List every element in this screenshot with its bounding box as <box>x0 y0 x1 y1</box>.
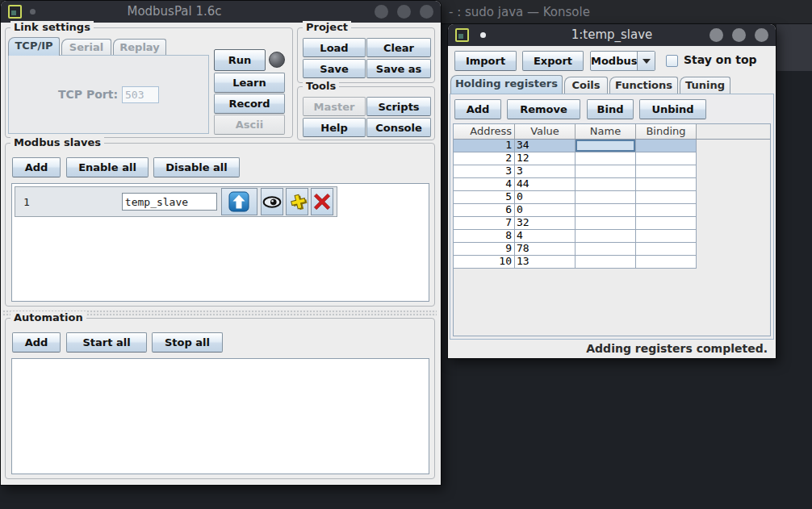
enable-all-button[interactable]: Enable all <box>66 157 149 177</box>
cell-value[interactable]: 3 <box>515 165 576 178</box>
tab-tuning[interactable]: Tuning <box>680 77 730 94</box>
cell-name[interactable] <box>576 243 636 256</box>
close-button[interactable] <box>755 28 768 42</box>
cell-name[interactable] <box>576 152 636 165</box>
cell-value[interactable]: 12 <box>515 152 576 165</box>
cell-address[interactable]: 7 <box>454 217 515 230</box>
slave-name-field[interactable] <box>122 193 217 211</box>
cell-name[interactable] <box>576 178 636 191</box>
table-row[interactable]: 1013 <box>454 256 770 269</box>
cell-binding[interactable] <box>636 178 697 191</box>
cell-binding[interactable] <box>636 140 697 152</box>
help-button[interactable]: Help <box>303 118 366 137</box>
cell-name[interactable] <box>576 191 636 204</box>
cell-value[interactable]: 13 <box>515 256 576 269</box>
load-button[interactable]: Load <box>303 38 366 57</box>
cell-name[interactable] <box>576 230 636 243</box>
maximize-button[interactable] <box>732 28 746 42</box>
table-row[interactable]: 134 <box>454 140 770 152</box>
tab-tcpip[interactable]: TCP/IP <box>8 37 60 56</box>
add-register-button[interactable]: Add <box>454 99 501 119</box>
maximize-button[interactable] <box>397 5 411 19</box>
table-row[interactable]: 60 <box>454 204 770 217</box>
cell-value[interactable]: 44 <box>515 178 576 191</box>
cell-binding[interactable] <box>636 152 697 165</box>
cell-binding[interactable] <box>636 191 697 204</box>
scripts-button[interactable]: Scripts <box>366 97 431 116</box>
cell-binding[interactable] <box>636 217 697 230</box>
run-button[interactable]: Run <box>214 49 266 71</box>
cell-address[interactable]: 8 <box>454 230 515 243</box>
slave-window-titlebar[interactable]: 1:temp_slave <box>448 24 776 46</box>
add-automation-button[interactable]: Add <box>12 332 61 353</box>
cell-binding[interactable] <box>636 230 697 243</box>
learn-button[interactable]: Learn <box>214 73 285 93</box>
export-button[interactable]: Export <box>522 51 584 71</box>
cell-value[interactable]: 0 <box>515 204 576 217</box>
master-button[interactable]: Master <box>303 97 366 116</box>
window-menu-icon[interactable] <box>8 5 22 19</box>
cell-value[interactable]: 0 <box>515 191 576 204</box>
minimize-button[interactable] <box>375 5 388 19</box>
cell-address[interactable]: 1 <box>454 140 515 152</box>
cell-name[interactable] <box>576 165 636 178</box>
tcp-port-field[interactable] <box>122 86 159 103</box>
cell-value[interactable]: 78 <box>515 243 576 256</box>
save-as-button[interactable]: Save as <box>366 59 431 78</box>
cell-binding[interactable] <box>636 165 697 178</box>
cell-binding[interactable] <box>636 256 697 269</box>
tab-replay[interactable]: Replay <box>113 39 166 56</box>
stay-on-top-checkbox[interactable] <box>666 55 678 67</box>
cell-name[interactable] <box>576 204 636 217</box>
cell-value[interactable]: 34 <box>515 140 576 152</box>
mode-dropdown[interactable]: Modbus <box>590 51 655 71</box>
cell-address[interactable]: 4 <box>454 178 515 191</box>
cell-address[interactable]: 6 <box>454 204 515 217</box>
table-row[interactable]: 212 <box>454 152 770 165</box>
table-row[interactable]: 84 <box>454 230 770 243</box>
dropdown-arrow-button[interactable] <box>637 52 655 70</box>
cell-value[interactable]: 4 <box>515 230 576 243</box>
slave-enabled-toggle[interactable] <box>221 188 257 215</box>
view-slave-button[interactable] <box>261 188 283 215</box>
import-button[interactable]: Import <box>454 51 517 71</box>
table-row[interactable]: 33 <box>454 165 770 178</box>
ascii-button[interactable]: Ascii <box>214 115 285 135</box>
tab-serial[interactable]: Serial <box>61 39 111 56</box>
cell-binding[interactable] <box>636 204 697 217</box>
cell-address[interactable]: 2 <box>454 152 515 165</box>
save-button[interactable]: Save <box>303 59 366 78</box>
tab-functions[interactable]: Functions <box>609 77 678 94</box>
minimize-button[interactable] <box>709 28 723 42</box>
record-button[interactable]: Record <box>214 94 285 114</box>
cell-address[interactable]: 10 <box>454 256 515 269</box>
tab-coils[interactable]: Coils <box>564 77 608 94</box>
cell-address[interactable]: 9 <box>454 243 515 256</box>
column-header-address[interactable]: Address <box>454 124 515 139</box>
cell-name[interactable] <box>576 140 636 152</box>
unbind-button[interactable]: Unbind <box>639 99 706 119</box>
cell-value[interactable]: 32 <box>515 217 576 230</box>
table-row[interactable]: 444 <box>454 178 770 191</box>
add-slave-button[interactable]: Add <box>12 157 61 177</box>
close-button[interactable] <box>420 5 433 19</box>
remove-register-button[interactable]: Remove <box>507 99 580 119</box>
delete-slave-button[interactable] <box>311 188 333 215</box>
table-row[interactable]: 50 <box>454 191 770 204</box>
table-row[interactable]: 732 <box>454 217 770 230</box>
cell-name[interactable] <box>576 217 636 230</box>
tab-holding-registers[interactable]: Holding registers <box>450 75 563 94</box>
stop-all-button[interactable]: Stop all <box>152 332 223 353</box>
clear-button[interactable]: Clear <box>366 38 431 57</box>
bind-button[interactable]: Bind <box>587 99 634 119</box>
modbuspal-titlebar[interactable]: ModbusPal 1.6c <box>1 1 441 23</box>
console-button[interactable]: Console <box>366 118 431 137</box>
disable-all-button[interactable]: Disable all <box>153 157 240 177</box>
window-menu-icon[interactable] <box>455 28 469 42</box>
cell-name[interactable] <box>576 256 636 269</box>
start-all-button[interactable]: Start all <box>66 332 147 353</box>
slave-row[interactable]: 1 <box>15 186 337 217</box>
table-row[interactable]: 978 <box>454 243 770 256</box>
column-header-name[interactable]: Name <box>576 124 636 139</box>
cell-binding[interactable] <box>636 243 697 256</box>
